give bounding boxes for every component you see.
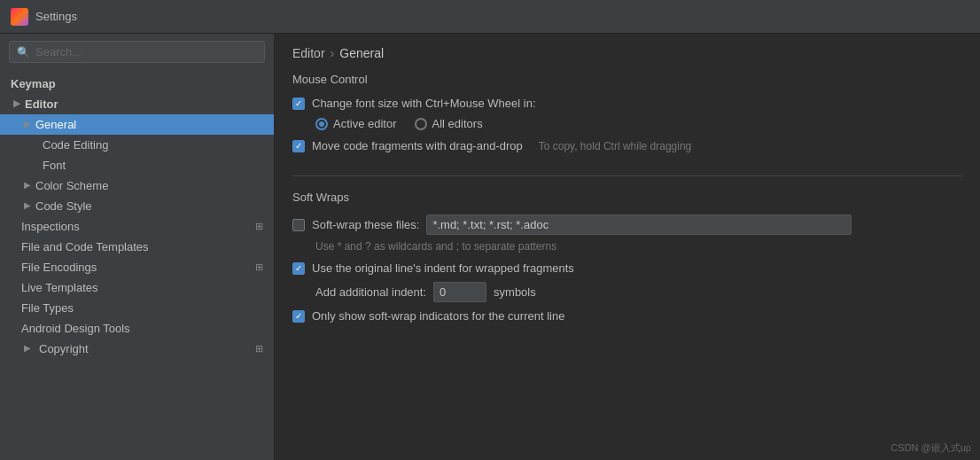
- editor-chevron: [11, 98, 23, 111]
- show-indicators-checkbox[interactable]: [292, 310, 305, 323]
- app-logo: [11, 8, 28, 26]
- title-bar-text: Settings: [35, 10, 77, 23]
- search-icon: 🔍: [17, 46, 30, 58]
- move-code-fragments-label: Move code fragments with drag-and-drop: [312, 139, 523, 152]
- sidebar-item-copyright[interactable]: Copyright ⊞: [0, 339, 274, 359]
- color-scheme-chevron: [21, 180, 34, 192]
- move-code-fragments-hint: To copy, hold Ctrl while dragging: [539, 140, 692, 152]
- change-font-size-row: Change font size with Ctrl+Mouse Wheel i…: [292, 97, 962, 110]
- color-scheme-label: Color Scheme: [35, 179, 108, 192]
- add-indent-label: Add additional indent:: [315, 285, 426, 299]
- android-design-tools-label: Android Design Tools: [21, 322, 130, 335]
- radio-active-editor[interactable]: Active editor: [315, 117, 397, 130]
- active-editor-radio[interactable]: [315, 118, 328, 130]
- use-original-indent-label: Use the original line's indent for wrapp…: [312, 261, 574, 275]
- use-original-indent-row: Use the original line's indent for wrapp…: [292, 261, 962, 275]
- sidebar-item-live-templates[interactable]: Live Templates: [0, 277, 274, 298]
- mouse-control-title: Mouse Control: [292, 73, 962, 86]
- all-editors-radio[interactable]: [415, 118, 427, 130]
- add-indent-suffix: symbols: [494, 285, 536, 299]
- all-editors-label: All editors: [432, 117, 483, 130]
- sidebar-item-editor[interactable]: Editor: [0, 94, 274, 114]
- title-bar: Settings: [0, 0, 980, 34]
- show-indicators-row: Only show soft-wrap indicators for the c…: [292, 309, 962, 323]
- file-encodings-settings-icon: ⊞: [255, 261, 263, 273]
- soft-wraps-section: Soft Wraps Soft-wrap these files: Use * …: [275, 185, 980, 342]
- sidebar-item-keymap[interactable]: Keymap: [0, 74, 274, 94]
- breadcrumb-separator: ›: [331, 46, 335, 60]
- file-types-label: File Types: [21, 301, 74, 315]
- breadcrumb-parent: Editor: [292, 46, 325, 60]
- show-indicators-label: Only show soft-wrap indicators for the c…: [312, 309, 564, 323]
- soft-wraps-title: Soft Wraps: [292, 191, 962, 204]
- sidebar-item-code-style[interactable]: Code Style: [0, 196, 274, 216]
- sidebar-item-file-encodings[interactable]: File Encodings ⊞: [0, 257, 274, 277]
- general-label: General: [35, 118, 76, 131]
- main-layout: 🔍 Keymap Editor General Code Editing: [0, 34, 980, 460]
- radio-all-editors[interactable]: All editors: [415, 117, 483, 130]
- change-font-size-label: Change font size with Ctrl+Mouse Wheel i…: [312, 97, 536, 110]
- divider-1: [292, 175, 962, 176]
- font-label: Font: [43, 159, 66, 172]
- soft-wrap-hint: Use * and ? as wildcards and ; to separa…: [315, 240, 962, 253]
- inspections-label: Inspections: [21, 220, 80, 233]
- sidebar-item-color-scheme[interactable]: Color Scheme: [0, 175, 274, 196]
- code-style-chevron: [21, 200, 34, 213]
- code-editing-label: Code Editing: [43, 138, 108, 152]
- add-indent-input[interactable]: [433, 282, 486, 302]
- breadcrumb-current: General: [339, 46, 384, 60]
- sidebar-item-file-code-templates[interactable]: File and Code Templates: [0, 237, 274, 257]
- sidebar-item-general[interactable]: General: [0, 114, 274, 135]
- editor-label: Editor: [25, 97, 58, 111]
- add-indent-row: Add additional indent: symbols: [315, 282, 962, 302]
- change-font-size-checkbox[interactable]: [292, 97, 305, 110]
- sidebar: 🔍 Keymap Editor General Code Editing: [0, 34, 275, 460]
- copyright-settings-icon: ⊞: [255, 343, 263, 355]
- code-style-label: Code Style: [35, 199, 92, 213]
- move-code-fragments-row: Move code fragments with drag-and-drop T…: [292, 139, 962, 152]
- inspections-settings-icon: ⊞: [255, 221, 263, 232]
- general-chevron: [21, 119, 34, 131]
- mouse-control-section: Mouse Control Change font size with Ctrl…: [275, 67, 980, 172]
- sidebar-item-android-design-tools[interactable]: Android Design Tools: [0, 318, 274, 339]
- live-templates-label: Live Templates: [21, 281, 97, 294]
- soft-wrap-files-row: Soft-wrap these files:: [292, 214, 962, 235]
- copyright-label: Copyright: [39, 342, 89, 355]
- soft-wrap-files-checkbox[interactable]: [292, 219, 305, 231]
- search-box[interactable]: 🔍: [9, 41, 265, 63]
- watermark: CSDN @嵌入式up: [891, 441, 971, 455]
- file-encodings-label: File Encodings: [21, 261, 97, 274]
- sidebar-item-code-editing[interactable]: Code Editing: [0, 135, 274, 155]
- sidebar-item-inspections[interactable]: Inspections ⊞: [0, 216, 274, 237]
- sidebar-item-file-types[interactable]: File Types: [0, 298, 274, 318]
- copyright-chevron: [21, 343, 34, 355]
- content-area: Editor › General Mouse Control Change fo…: [275, 34, 980, 460]
- keymap-label: Keymap: [11, 77, 56, 90]
- soft-wrap-files-label: Soft-wrap these files:: [312, 218, 419, 231]
- active-editor-label: Active editor: [333, 117, 397, 130]
- sidebar-item-font[interactable]: Font: [0, 155, 274, 175]
- search-input[interactable]: [35, 45, 257, 58]
- use-original-indent-checkbox[interactable]: [292, 262, 305, 275]
- soft-wrap-files-input[interactable]: [426, 214, 852, 235]
- move-code-fragments-checkbox[interactable]: [292, 140, 305, 152]
- breadcrumb: Editor › General: [275, 34, 980, 67]
- radio-row: Active editor All editors: [315, 117, 962, 130]
- sidebar-nav: Keymap Editor General Code Editing Font: [0, 70, 274, 460]
- file-code-templates-label: File and Code Templates: [21, 240, 149, 253]
